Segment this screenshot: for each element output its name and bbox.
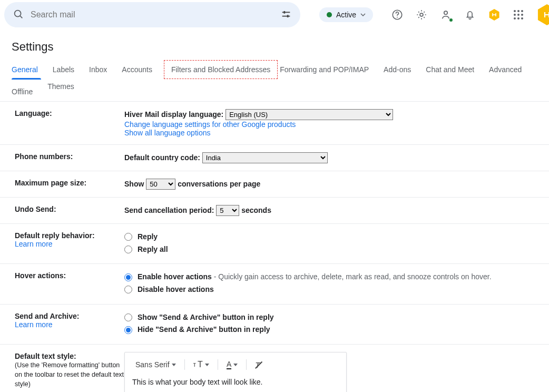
radio-sa-hide[interactable]: [124, 326, 132, 334]
chevron-down-icon: [233, 364, 238, 366]
radio-reply-all[interactable]: [124, 246, 132, 253]
label-language: Language:: [15, 109, 52, 117]
status-pill[interactable]: Active: [319, 7, 373, 22]
radio-reply[interactable]: [124, 233, 132, 241]
hiver-icon[interactable]: [488, 8, 501, 21]
apps-grid-icon[interactable]: [512, 8, 525, 21]
font-family-dropdown[interactable]: Sans Serif: [132, 358, 179, 371]
svg-line-1: [20, 15, 22, 17]
search-box[interactable]: [4, 2, 300, 27]
tab-labels[interactable]: Labels: [53, 60, 80, 79]
help-icon[interactable]: [391, 8, 404, 21]
remove-formatting-button[interactable]: T: [252, 358, 263, 371]
hiver-app-icon[interactable]: [536, 4, 549, 25]
radio-hover-enable[interactable]: [124, 273, 132, 281]
label-reply: Default reply behavior:: [15, 231, 95, 240]
tab-inbox[interactable]: Inbox: [89, 60, 112, 79]
row-sendarchive: Send and Archive: Learn more Show "Send …: [0, 305, 549, 345]
link-sendarchive-learn[interactable]: Learn more: [15, 320, 53, 329]
status-label: Active: [336, 11, 356, 19]
row-language: Language: Hiver Mail display language: E…: [0, 102, 549, 145]
label-phone: Phone numbers:: [15, 152, 73, 161]
link-change-language[interactable]: Change language settings for other Googl…: [124, 120, 296, 129]
label-country-code: Default country code:: [124, 153, 200, 162]
search-icon: [13, 8, 24, 22]
header-icons: [391, 4, 549, 25]
select-country-code[interactable]: India: [202, 152, 328, 163]
select-undo-period[interactable]: 5: [216, 205, 239, 216]
svg-rect-5: [287, 15, 289, 17]
tab-filters-highlighted[interactable]: Filters and Blocked Addresses: [164, 60, 278, 79]
label-undo-suffix: seconds: [241, 206, 271, 214]
link-show-all-language[interactable]: Show all language options: [124, 129, 210, 137]
chevron-down-icon: [205, 364, 209, 366]
label-textstyle-sub: (Use the 'Remove formatting' button on t…: [15, 361, 124, 388]
tab-general[interactable]: General: [12, 60, 43, 79]
tab-accounts[interactable]: Accounts: [122, 60, 158, 79]
font-size-dropdown[interactable]: тT: [190, 358, 212, 371]
row-undo: Undo Send: Send cancellation period: 5 s…: [0, 198, 549, 224]
status-dot-icon: [327, 12, 332, 17]
svg-rect-4: [283, 11, 285, 14]
remove-formatting-icon: T: [255, 360, 260, 369]
radio-hover-disable[interactable]: [124, 286, 132, 293]
opt-reply-all: Reply all: [138, 244, 168, 256]
page-title: Settings: [0, 30, 549, 60]
hover-enable-desc: - Quickly gain access to archive, delete…: [212, 272, 492, 281]
select-pagesize[interactable]: 50: [146, 179, 175, 190]
text-style-sample: This is what your body text will look li…: [132, 378, 339, 386]
chevron-down-icon: [360, 12, 366, 17]
label-hover: Hover actions:: [15, 271, 66, 280]
presence-dot-icon: [449, 18, 453, 22]
settings-tabs: General Labels Inbox Accounts Filters an…: [0, 60, 549, 102]
tab-forwarding[interactable]: Forwarding and POP/IMAP: [280, 60, 374, 79]
opt-sa-hide: Hide "Send & Archive" button in reply: [138, 324, 270, 336]
label-undo-period: Send cancellation period:: [124, 206, 214, 214]
tab-themes[interactable]: Themes: [47, 82, 80, 101]
opt-hover-disable: Disable hover actions: [138, 284, 214, 296]
label-undo: Undo Send:: [15, 205, 56, 213]
label-display-language: Hiver Mail display language:: [124, 110, 223, 119]
opt-hover-enable: Enable hover actions: [138, 272, 212, 281]
tab-offline[interactable]: Offline: [12, 82, 38, 101]
search-input[interactable]: [31, 10, 280, 19]
divider: [218, 359, 218, 370]
text-color-icon: A: [227, 360, 231, 369]
link-reply-learn[interactable]: Learn more: [15, 240, 53, 248]
font-size-icon: т: [193, 361, 197, 368]
svg-point-7: [397, 17, 398, 18]
settings-body: Language: Hiver Mail display language: E…: [0, 102, 549, 392]
svg-point-0: [15, 10, 21, 16]
radio-sa-show[interactable]: [124, 313, 132, 321]
tab-addons[interactable]: Add-ons: [384, 60, 416, 79]
label-textstyle: Default text style:: [15, 352, 76, 360]
chevron-down-icon: [172, 364, 176, 366]
divider: [184, 359, 185, 370]
tab-advanced[interactable]: Advanced: [489, 60, 527, 79]
font-family-value: Sans Serif: [135, 360, 170, 369]
label-show: Show: [124, 180, 144, 188]
tab-chatmeet[interactable]: Chat and Meet: [426, 60, 479, 79]
select-language[interactable]: English (US): [226, 109, 393, 120]
row-hover: Hover actions: Enable hover actions - Qu…: [0, 264, 549, 304]
row-pagesize: Maximum page size: Show 50 conversations…: [0, 171, 549, 198]
bell-icon[interactable]: [464, 8, 476, 21]
account-icon[interactable]: [439, 8, 452, 21]
svg-point-9: [444, 11, 447, 14]
row-reply: Default reply behavior: Learn more Reply…: [0, 224, 549, 264]
opt-sa-show: Show "Send & Archive" button in reply: [138, 312, 274, 324]
settings-gear-icon[interactable]: [415, 8, 428, 21]
row-textstyle: Default text style: (Use the 'Remove for…: [0, 345, 549, 392]
text-style-box: Sans Serif тT A T: [124, 352, 347, 392]
divider: [246, 359, 247, 370]
row-phone: Phone numbers: Default country code: Ind…: [0, 145, 549, 171]
label-sendarchive: Send and Archive:: [15, 312, 79, 320]
text-style-toolbar: Sans Serif тT A T: [132, 358, 339, 371]
font-color-dropdown[interactable]: A: [223, 358, 241, 371]
app-header: Active: [0, 0, 549, 30]
label-pagesize-suffix: conversations per page: [178, 180, 260, 188]
svg-point-8: [420, 13, 423, 16]
opt-reply: Reply: [138, 231, 158, 243]
search-options-icon[interactable]: [280, 8, 292, 22]
label-pagesize: Maximum page size:: [15, 179, 86, 187]
